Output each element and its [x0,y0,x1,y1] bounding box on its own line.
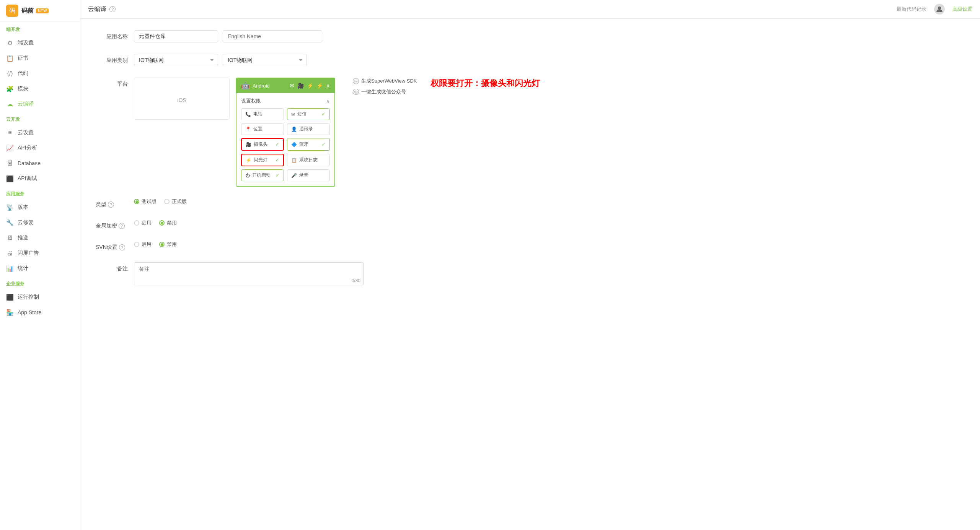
sidebar-item-stats[interactable]: 📊 统计 [0,261,80,276]
help-icon[interactable]: ? [109,6,116,12]
sidebar-item-label: 推送 [18,234,28,241]
sidebar-item-module[interactable]: 🧩 模块 [0,81,80,96]
sidebar-item-label: 模块 [18,85,28,92]
sidebar-item-push[interactable]: 🖥 推送 [0,230,80,245]
perm-flash[interactable]: ⚡ 闪光灯 ✓ [241,154,284,166]
svn-enable-circle [134,242,139,247]
sidebar-item-label: API分析 [18,145,37,151]
power-icon[interactable]: ⚡ [316,83,323,89]
android-platform-box[interactable]: 🤖 Android ✉ 🎥 ⚡ ⚡ ∧ 设置权限 ∧ [236,78,335,187]
sidebar-item-duanduan[interactable]: ⚙ 端设置 [0,35,80,50]
english-name-input[interactable] [223,30,322,42]
perm-phone[interactable]: 📞 电话 [241,108,284,120]
svn-disable-circle [159,242,165,247]
svn-help-icon[interactable]: ? [119,244,125,250]
collapse-icon[interactable]: ∧ [326,83,330,89]
contacts-icon: 👤 [291,127,297,132]
notes-row: 备注 0/80 [96,262,965,286]
perm-sms-label: 短信 [297,111,307,117]
appstore-icon: 🏪 [6,309,14,316]
wechat-label: 一键生成微信公众号 [361,88,406,95]
app-name-label: 应用名称 [96,30,134,40]
svn-enable-radio[interactable]: 启用 [134,241,152,248]
disable-radio[interactable]: 禁用 [159,219,177,226]
sidebar-item-cert[interactable]: 📋 证书 [0,50,80,66]
superview-sdk-option[interactable]: ◎ 生成SuperWebView SDK [353,78,417,85]
category-select-2[interactable]: IOT物联网 [223,54,307,66]
sidebar-item-database[interactable]: 🗄 Database [0,156,80,171]
annotation-text: 权限要打开：摄像头和闪光灯 [430,78,540,89]
user-avatar[interactable] [934,4,945,15]
recent-code-link[interactable]: 最新代码记录 [897,6,926,13]
perm-contacts[interactable]: 👤 通讯录 [287,123,330,135]
wechat-option[interactable]: ◎ 一键生成微信公众号 [353,88,417,95]
enable-radio[interactable]: 启用 [134,219,152,226]
section-title-yunkaifa: 云开发 [0,112,80,125]
mail-icon[interactable]: ✉ [290,83,294,89]
perm-location-label: 位置 [253,126,263,132]
notes-label: 备注 [96,262,134,272]
mic-icon: 🎤 [291,173,297,178]
app-name-row: 应用名称 [96,30,965,42]
sidebar-item-label: 证书 [18,55,28,62]
cloud-settings-icon: ≡ [6,129,14,137]
android-header: 🤖 Android ✉ 🎥 ⚡ ⚡ ∧ [236,78,334,93]
sidebar-item-appstore[interactable]: 🏪 App Store [0,305,80,320]
perm-camera-label: 摄像头 [254,141,267,148]
bluetooth-icon[interactable]: ⚡ [307,83,313,89]
svn-radio-group: 启用 禁用 [134,241,177,248]
perm-camera[interactable]: 🎥 摄像头 ✓ [241,138,284,151]
close-icon[interactable]: ∧ [326,98,330,104]
perm-bluetooth[interactable]: 🔷 蓝牙 ✓ [287,138,330,151]
perm-location[interactable]: 📍 位置 [241,123,284,135]
cloud-icon: ☁ [6,100,14,108]
sidebar-item-label: 端设置 [18,39,34,46]
category-select-1[interactable]: IOT物联网 [134,54,218,66]
camera-icon: 🎥 [246,142,251,147]
disable-radio-circle [159,220,165,226]
cert-icon: 📋 [6,54,14,62]
type-label: 类型 ? [96,198,134,208]
enable-radio-label: 启用 [142,219,152,226]
perm-syslog-label: 系统日志 [299,157,318,163]
test-radio-circle [134,199,139,204]
sidebar-item-runtime[interactable]: ⬛ 运行控制 [0,289,80,305]
check-icon-boot: ✓ [276,172,280,178]
app-name-input[interactable] [134,30,218,42]
video-icon[interactable]: 🎥 [297,83,304,89]
perm-syslog[interactable]: 📋 系统日志 [287,154,330,166]
sidebar-item-api-debug[interactable]: ⬛ API调试 [0,171,80,186]
android-icons-row: ✉ 🎥 ⚡ ⚡ ∧ [290,83,330,89]
release-radio[interactable]: 正式版 [164,198,187,205]
sidebar-item-version[interactable]: 📡 版本 [0,200,80,215]
svn-label-text: SVN设置 [96,244,117,251]
test-radio[interactable]: 测试版 [134,198,157,205]
advanced-settings-link[interactable]: 高级设置 [952,6,972,13]
encryption-help-icon[interactable]: ? [119,223,125,229]
ios-platform-box[interactable]: iOS [134,78,230,120]
sidebar: 码 码前 NEW 端开发 ⚙ 端设置 📋 证书 ⟨/⟩ 代码 🧩 模块 ☁ 云编… [0,0,80,530]
permissions-title: 设置权限 ∧ [241,98,330,104]
perm-mic[interactable]: 🎤 录音 [287,169,330,181]
type-help-icon[interactable]: ? [108,202,114,208]
perm-boot[interactable]: ⏻ 开机启动 ✓ [241,169,284,181]
sms-icon: ✉ [291,112,295,117]
section-title-duankaifa: 端开发 [0,22,80,35]
sidebar-item-api-analysis[interactable]: 📈 API分析 [0,140,80,156]
encryption-content: 启用 禁用 [134,219,965,226]
check-icon-flash: ✓ [275,157,279,163]
repair-icon: 🔧 [6,219,14,226]
logo-text: 码前 [21,7,34,15]
perm-sms[interactable]: ✉ 短信 ✓ [287,108,330,120]
sidebar-item-cloud-settings[interactable]: ≡ 云设置 [0,125,80,140]
svn-disable-radio[interactable]: 禁用 [159,241,177,248]
sidebar-item-label: 云编译 [18,101,34,107]
sidebar-item-repair[interactable]: 🔧 云修复 [0,215,80,230]
notes-textarea[interactable] [134,262,364,285]
sidebar-item-label: 运行控制 [18,294,39,301]
phone-icon: 📞 [245,112,251,117]
section-title-yingyongfuwu: 应用服务 [0,186,80,200]
sidebar-item-code[interactable]: ⟨/⟩ 代码 [0,66,80,81]
sidebar-item-splash[interactable]: 🖨 闪屏广告 [0,245,80,261]
sidebar-item-cloud-compile[interactable]: ☁ 云编译 [0,96,80,112]
